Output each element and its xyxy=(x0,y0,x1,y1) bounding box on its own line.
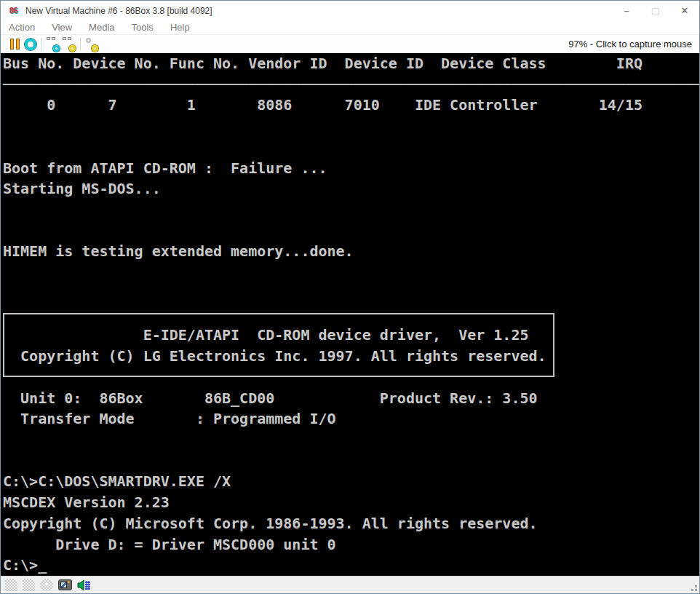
ctrl-alt-esc-button[interactable] xyxy=(61,36,77,52)
menu-help[interactable]: Help xyxy=(164,22,196,33)
window-controls: – ▢ ✕ xyxy=(612,1,699,20)
toolbar-separator xyxy=(41,38,42,51)
hard-reset-button[interactable] xyxy=(23,36,39,52)
86box-app-icon: 86 xyxy=(7,5,20,17)
hard-reset-icon xyxy=(25,39,36,50)
close-button[interactable]: ✕ xyxy=(670,1,699,20)
pause-button[interactable] xyxy=(7,36,23,52)
menu-bar: Action View Media Tools Help xyxy=(1,20,699,35)
acpi-shutdown-button[interactable] xyxy=(84,36,100,52)
emulator-screen[interactable]: Bus No. Device No. Func No. Vendor ID De… xyxy=(1,53,699,576)
title-bar: 86 New Virtual Machine #6 - 86Box 3.8 [b… xyxy=(1,1,699,20)
ctrl-alt-del-icon xyxy=(46,37,60,52)
hard-disk-icon xyxy=(58,579,72,590)
minimize-button[interactable]: – xyxy=(612,1,641,20)
acpi-shutdown-icon xyxy=(84,37,99,52)
86box-window: 86 New Virtual Machine #6 - 86Box 3.8 [b… xyxy=(0,0,700,594)
pause-icon xyxy=(10,39,20,50)
ctrl-alt-esc-icon xyxy=(62,37,76,52)
floppy-b-drive-icon[interactable] xyxy=(23,579,35,591)
dos-screen: Bus No. Device No. Func No. Vendor ID De… xyxy=(1,53,699,576)
tool-bar: 97% - Click to capture mouse xyxy=(1,35,699,53)
menu-tools[interactable]: Tools xyxy=(125,22,160,33)
toolbar-separator xyxy=(80,38,81,51)
status-bar xyxy=(1,576,699,593)
speaker-icon xyxy=(77,579,92,591)
cdrom-drive-icon[interactable] xyxy=(40,579,53,591)
ctrl-alt-del-button[interactable] xyxy=(45,36,61,52)
sound-icon[interactable] xyxy=(77,579,92,591)
resize-grip[interactable] xyxy=(688,582,698,592)
maximize-button: ▢ xyxy=(641,1,670,20)
menu-action[interactable]: Action xyxy=(2,22,41,33)
window-title: New Virtual Machine #6 - 86Box 3.8 [buil… xyxy=(25,6,212,16)
menu-media[interactable]: Media xyxy=(82,22,121,33)
scale-capture-status: 97% - Click to capture mouse xyxy=(568,39,693,50)
menu-view[interactable]: View xyxy=(45,22,79,33)
floppy-a-drive-icon[interactable] xyxy=(5,579,17,591)
